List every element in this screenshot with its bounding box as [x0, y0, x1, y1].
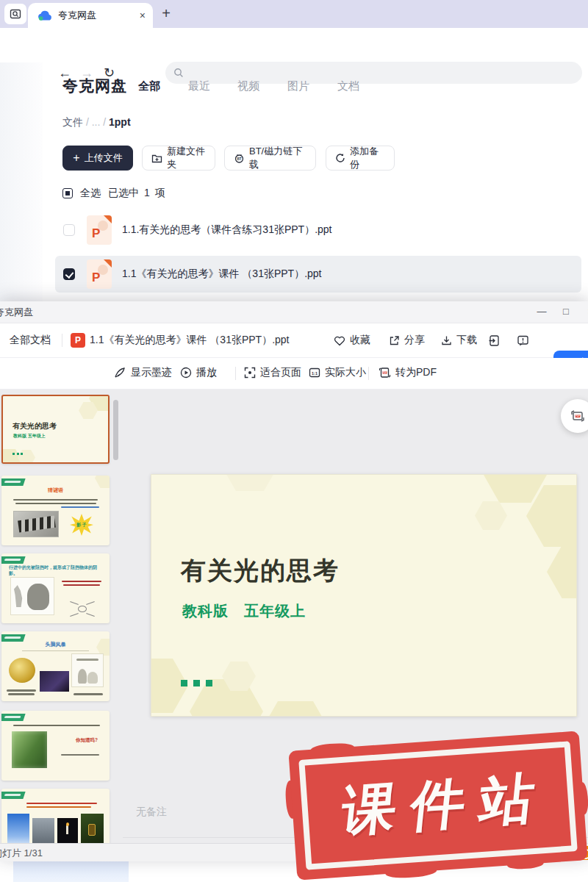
file-row[interactable]: P 1.1《有关光的思考》课件 （31张PPT）.ppt: [55, 256, 581, 293]
file-row[interactable]: P 1.1.有关光的思考（课件含练习31张PPT）.ppt: [55, 212, 581, 248]
side-panel-icon[interactable]: [4, 4, 26, 24]
upload-file-button[interactable]: + 上传文件: [62, 146, 133, 171]
back-to-all-docs-button[interactable]: 全部文档: [10, 334, 51, 347]
minimize-icon[interactable]: —: [531, 301, 553, 323]
download-button[interactable]: 下载: [441, 334, 477, 347]
corner-ribbon-icon: [1, 478, 26, 486]
fit-page-icon: [244, 367, 256, 379]
tab-image[interactable]: 图片: [287, 79, 309, 93]
viewer-header-toolbar: 全部文档 P 1.1《有关光的思考》课件 （31张PPT）.ppt 收藏 分享 …: [0, 323, 588, 358]
new-folder-button[interactable]: 新建文件夹: [142, 146, 215, 171]
share-button[interactable]: 分享: [389, 334, 425, 347]
watermark-stamp: 课件站: [288, 731, 587, 880]
thumb-highlight: 你知道吗?: [76, 737, 98, 744]
sync-icon: [335, 153, 345, 163]
svg-text:1:1: 1:1: [312, 371, 318, 376]
ink-pen-icon: [114, 367, 126, 379]
bt-download-label: BT/磁力链下载: [249, 145, 306, 171]
svg-text:BT: BT: [237, 157, 241, 161]
convert-pdf-label: 转为PDF: [395, 366, 437, 379]
plus-icon: +: [73, 151, 79, 165]
floating-pdf-convert-button[interactable]: PDF: [561, 399, 588, 433]
close-icon[interactable]: ×: [579, 301, 588, 323]
file-name[interactable]: 1.1.有关光的思考（课件含练习31张PPT）.ppt: [122, 223, 332, 237]
play-icon: [180, 367, 192, 379]
ppt-chip-icon: P: [71, 333, 85, 348]
select-all-label[interactable]: 全选: [80, 187, 101, 200]
breadcrumb-sep: /: [103, 116, 106, 128]
slide-thumbnail-2[interactable]: 猜谜语 影 子: [1, 476, 110, 545]
tab-close-icon[interactable]: ×: [140, 10, 146, 21]
show-ink-button[interactable]: 显示墨迹: [114, 366, 172, 379]
file-name[interactable]: 1.1《有关光的思考》课件 （31张PPT）.ppt: [122, 268, 322, 281]
feedback-icon[interactable]: [517, 334, 529, 347]
browser-tab-bar: 夸克网盘 × +: [0, 0, 588, 28]
selection-bar: 全选 已选中 1 项: [62, 187, 165, 200]
breadcrumb-current: 1ppt: [109, 116, 131, 128]
viewer-title-bar[interactable]: 夸克网盘 — □ ×: [0, 301, 588, 323]
tab-video[interactable]: 视频: [237, 79, 259, 93]
drive-page-title: 夸克网盘: [62, 76, 127, 96]
corner-ribbon-icon: [1, 792, 26, 799]
file-checkbox[interactable]: [63, 224, 75, 236]
breadcrumb: 文件 / ... / 1ppt: [62, 116, 131, 129]
slide-thumbnail-6[interactable]: [1, 789, 110, 843]
selected-unit: 项: [155, 187, 165, 200]
actual-size-icon: 1:1: [309, 367, 320, 379]
convert-pdf-button[interactable]: PDF 转为PDF: [379, 366, 437, 379]
stamp-text: 课件站: [286, 730, 588, 881]
corner-ribbon-icon: [1, 714, 26, 721]
play-button[interactable]: 播放: [180, 366, 217, 379]
thumb-title: 头脑风暴: [1, 641, 110, 648]
corner-ribbon-icon: [1, 556, 26, 564]
slide-preview: 有关光的思考 教科版 五年级上: [151, 474, 577, 717]
thumb-slide-subtitle: 教科版 五年级上: [13, 433, 46, 440]
tab-title: 夸克网盘: [58, 9, 140, 22]
browser-tab[interactable]: 夸克网盘 ×: [28, 3, 153, 28]
show-ink-label: 显示墨迹: [131, 366, 172, 379]
save-to-drive-icon[interactable]: [488, 334, 501, 347]
viewer-view-toolbar: 显示墨迹 播放 适合页面 1:1 实际大小 PDF 转为PDF AI＋: [0, 358, 588, 390]
fit-page-button[interactable]: 适合页面: [244, 366, 301, 379]
background-window-fragment: [13, 861, 129, 882]
favorite-button[interactable]: 收藏: [334, 334, 370, 347]
maximize-icon[interactable]: □: [555, 301, 577, 323]
actual-size-button[interactable]: 1:1 实际大小: [309, 366, 366, 379]
selected-count: 1: [144, 187, 150, 200]
ppt-file-icon: P: [87, 259, 112, 289]
file-checkbox-checked[interactable]: [63, 268, 75, 280]
new-folder-label: 新建文件夹: [167, 145, 206, 171]
slide-subtitle: 教科版 五年级上: [182, 601, 306, 621]
open-file-title: P 1.1《有关光的思考》课件 （31张PPT）.ppt: [71, 333, 290, 348]
bt-magnet-download-button[interactable]: BT BT/磁力链下载: [224, 146, 316, 171]
upload-file-label: 上传文件: [85, 151, 123, 165]
tab-recent[interactable]: 最近: [188, 79, 210, 93]
download-label: 下载: [456, 334, 477, 347]
breadcrumb-sep: /: [86, 116, 89, 128]
select-all-checkbox[interactable]: [62, 188, 73, 198]
breadcrumb-ellipsis[interactable]: ...: [92, 116, 101, 128]
new-tab-button[interactable]: +: [157, 4, 176, 23]
background-window-edge: [0, 62, 43, 301]
slide-thumbnail-1[interactable]: 有关光的思考 教科版 五年级上: [1, 395, 110, 464]
thumb-slide-title: 有关光的思考: [12, 421, 57, 431]
play-label: 播放: [196, 366, 217, 379]
share-icon: [389, 335, 400, 346]
slide-thumbnail-3[interactable]: 行进中的光被阻挡时，就形成了阻挡物体的阴影。: [1, 553, 110, 623]
thumbnail-scrollbar[interactable]: [113, 400, 118, 460]
slide-counter: 幻灯片 1/31: [0, 847, 43, 860]
ppt-file-icon: P: [87, 215, 112, 245]
notes-placeholder[interactable]: 无备注: [136, 806, 167, 819]
slide-thumbnail-5[interactable]: 你知道吗?: [1, 711, 110, 781]
slide-title: 有关光的思考: [181, 554, 340, 588]
address-search-bar[interactable]: [165, 62, 582, 84]
thumb-title: 猜谜语: [1, 487, 110, 494]
tab-all[interactable]: 全部: [138, 79, 160, 93]
thumb-heading: 行进中的光被阻挡时，就形成了阻挡物体的阴影。: [9, 565, 105, 576]
breadcrumb-root[interactable]: 文件: [62, 116, 83, 128]
slide-thumbnail-4[interactable]: 头脑风暴: [1, 631, 110, 701]
tab-doc[interactable]: 文档: [337, 79, 359, 93]
quark-logo-icon: [37, 10, 52, 21]
add-backup-button[interactable]: 添加备份: [326, 146, 395, 171]
search-icon: [173, 68, 184, 78]
